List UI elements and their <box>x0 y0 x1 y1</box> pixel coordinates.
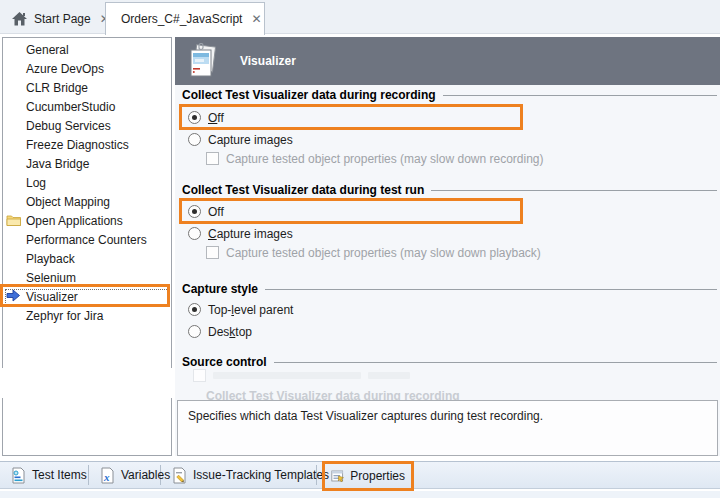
sidebar-item-debug-services[interactable]: Debug Services <box>4 117 170 135</box>
radio-button[interactable] <box>188 133 201 146</box>
test-items-icon <box>10 467 26 484</box>
section-title: Capture style <box>182 282 258 296</box>
faded-text-smudge <box>213 372 361 379</box>
section-header-source-control: Source control <box>182 355 717 368</box>
tab-label: Variables <box>121 468 170 482</box>
sidebar-item-azure-devops[interactable]: Azure DevOps <box>4 60 170 78</box>
sidebar-item-label: Playback <box>26 252 75 266</box>
options-page-banner: Visualizer <box>175 37 720 85</box>
section-title: Collect Test Visualizer data during test… <box>182 183 424 197</box>
sidebar-item-performance-counters[interactable]: Performance Counters <box>4 231 170 249</box>
section-header-capture-style: Capture style <box>182 282 717 295</box>
checkbox-recording-object-properties: Capture tested object properties (may sl… <box>206 151 544 166</box>
radio-label: Top-level parent <box>208 303 293 317</box>
status-strip <box>0 491 720 498</box>
tab-start-page[interactable]: Start Page ✕ <box>4 4 120 34</box>
blue-arrow-icon <box>6 289 21 302</box>
document-tab-strip: Start Page ✕ Orders_C#_JavaScript ✕ <box>0 0 720 34</box>
close-icon[interactable]: ✕ <box>249 13 263 25</box>
sidebar-item-clr-bridge[interactable]: CLR Bridge <box>4 79 170 97</box>
sidebar-item-label: Log <box>26 176 46 190</box>
properties-icon <box>331 468 344 484</box>
section-header-recording: Collect Test Visualizer data during reco… <box>182 88 717 101</box>
tab-label: Test Items <box>32 468 87 482</box>
options-sidebar: General Azure DevOps CLR Bridge Cucumber… <box>2 37 172 456</box>
sidebar-item-freeze-diagnostics[interactable]: Freeze Diagnostics <box>4 136 170 154</box>
radio-label: Off <box>208 205 224 219</box>
radio-top-level-parent[interactable]: Top-level parent <box>188 302 293 317</box>
faded-checkbox <box>193 369 206 382</box>
sidebar-item-selenium[interactable]: Selenium <box>4 269 170 287</box>
section-rule <box>274 362 717 363</box>
sidebar-item-zephyr-for-jira[interactable]: Zephyr for Jira <box>4 307 170 325</box>
issue-tracking-icon <box>171 467 187 484</box>
checkbox-testrun-object-properties: Capture tested object properties (may sl… <box>206 245 541 260</box>
sidebar-item-label: CLR Bridge <box>26 81 88 95</box>
sidebar-item-label: Java Bridge <box>26 157 89 171</box>
svg-text:x: x <box>103 471 110 483</box>
tab-test-items[interactable]: Test Items <box>4 462 93 488</box>
tab-label: Issue-Tracking Templates <box>193 468 329 482</box>
radio-label: Capture images <box>208 133 293 147</box>
sidebar-item-label: Zephyr for Jira <box>26 309 103 323</box>
sidebar-item-cucumberstudio[interactable]: CucumberStudio <box>4 98 170 116</box>
sidebar-item-visualizer[interactable]: Visualizer <box>4 288 170 306</box>
radio-testrun-capture-images[interactable]: Capture images <box>188 226 293 241</box>
sidebar-item-playback[interactable]: Playback <box>4 250 170 268</box>
section-rule <box>265 289 717 290</box>
section-title: Collect Test Visualizer data during reco… <box>182 88 436 102</box>
fade-patch <box>170 368 173 398</box>
radio-label: Off <box>208 111 224 125</box>
radio-button-selected[interactable] <box>188 111 201 124</box>
sidebar-item-label: Debug Services <box>26 119 111 133</box>
tab-orders-c#-javascript[interactable]: Orders_C#_JavaScript ✕ <box>105 2 265 35</box>
section-title: Source control <box>182 355 267 369</box>
sidebar-item-label: Object Mapping <box>26 195 110 209</box>
radio-button[interactable] <box>188 227 201 240</box>
tab-properties[interactable]: Properties <box>322 461 414 491</box>
sidebar-item-label: CucumberStudio <box>26 100 115 114</box>
radio-label: Desktop <box>208 325 252 339</box>
section-rule <box>431 190 717 191</box>
checkbox-label: Capture tested object properties (may sl… <box>226 246 541 260</box>
fade-patch <box>1 368 4 398</box>
variables-icon: x <box>99 467 115 484</box>
checkbox-disabled <box>206 152 219 165</box>
option-description-panel: Specifies which data Test Visualizer cap… <box>177 400 718 456</box>
tab-label: Properties <box>350 469 405 483</box>
radio-desktop[interactable]: Desktop <box>188 324 252 339</box>
options-page-title: Visualizer <box>240 54 296 68</box>
sidebar-item-general[interactable]: General <box>4 41 170 59</box>
checkbox-disabled <box>206 246 219 259</box>
sidebar-item-label: Performance Counters <box>26 233 147 247</box>
radio-button-selected[interactable] <box>188 205 201 218</box>
testcomplete-window: Start Page ✕ Orders_C#_JavaScript ✕ Gene… <box>0 0 720 498</box>
home-icon <box>12 12 27 26</box>
radio-button[interactable] <box>188 325 201 338</box>
sidebar-item-log[interactable]: Log <box>4 174 170 192</box>
sidebar-item-label: Freeze Diagnostics <box>26 138 129 152</box>
tab-variables[interactable]: x Variables <box>93 462 176 488</box>
radio-button-selected[interactable] <box>188 303 201 316</box>
tab-issue-tracking-templates[interactable]: Issue-Tracking Templates <box>165 462 335 488</box>
section-rule <box>443 95 717 96</box>
folder-icon <box>6 213 22 227</box>
sidebar-item-open-applications[interactable]: Open Applications <box>4 212 170 230</box>
sidebar-item-object-mapping[interactable]: Object Mapping <box>4 193 170 211</box>
radio-testrun-off[interactable]: Off <box>188 204 224 219</box>
faded-text-smudge <box>368 372 410 379</box>
radio-recording-off[interactable]: Off <box>188 110 224 125</box>
tab-start-page-label: Start Page <box>34 12 91 26</box>
sidebar-item-label: Selenium <box>26 271 76 285</box>
sidebar-item-label: Azure DevOps <box>26 62 104 76</box>
radio-label: Capture images <box>208 227 293 241</box>
visualizer-icon <box>186 43 218 79</box>
section-header-test-run: Collect Test Visualizer data during test… <box>182 183 717 196</box>
sidebar-item-label: Visualizer <box>26 290 78 304</box>
sidebar-item-label: General <box>26 43 69 57</box>
radio-recording-capture-images[interactable]: Capture images <box>188 132 293 147</box>
sidebar-item-label: Open Applications <box>26 214 123 228</box>
option-description-text: Specifies which data Test Visualizer cap… <box>188 409 543 423</box>
sidebar-item-java-bridge[interactable]: Java Bridge <box>4 155 170 173</box>
tab-orders-label: Orders_C#_JavaScript <box>121 12 242 26</box>
